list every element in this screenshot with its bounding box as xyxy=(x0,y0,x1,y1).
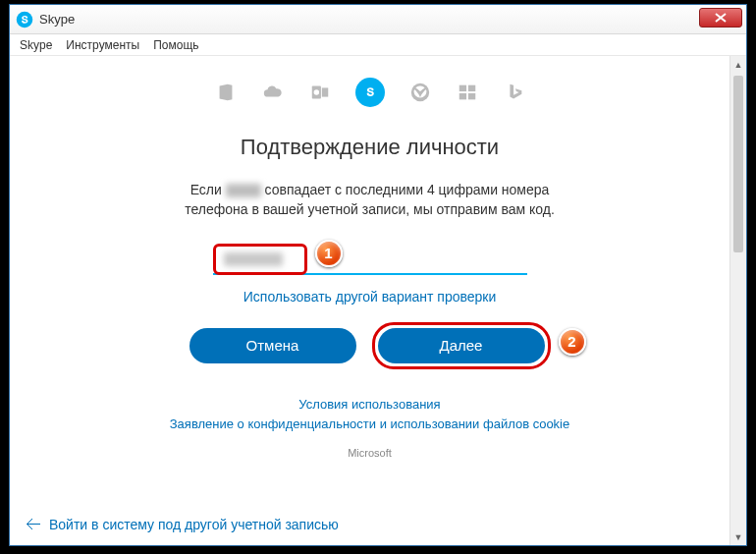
outlook-icon xyxy=(308,81,332,104)
menu-skype[interactable]: Skype xyxy=(20,38,52,52)
scroll-up-arrow[interactable]: ▲ xyxy=(730,56,746,73)
masked-input-value xyxy=(224,252,283,266)
masked-digits xyxy=(226,184,261,197)
svg-rect-2 xyxy=(321,87,327,96)
service-icons-row xyxy=(214,78,526,107)
legal-links: Условия использования Заявление о конфид… xyxy=(170,395,569,463)
scroll-thumb[interactable] xyxy=(733,76,743,252)
onedrive-icon xyxy=(261,81,285,104)
skype-icon xyxy=(16,11,33,28)
cancel-button[interactable]: Отмена xyxy=(189,328,356,363)
window-title: Skype xyxy=(39,12,75,27)
page-heading: Подтверждение личности xyxy=(241,135,499,160)
xbox-icon xyxy=(408,81,432,104)
titlebar: Skype xyxy=(10,5,746,34)
menu-help[interactable]: Помощь xyxy=(153,38,198,52)
menu-bar: Skype Инструменты Помощь xyxy=(10,34,746,56)
skype-service-icon xyxy=(355,78,385,107)
alternate-verification-link[interactable]: Использовать другой вариант проверки xyxy=(243,289,497,305)
office-icon xyxy=(214,81,238,104)
annotation-badge-2: 2 xyxy=(559,328,586,356)
phone-input-underline xyxy=(213,244,527,275)
svg-rect-7 xyxy=(459,93,465,99)
content-area: Подтверждение личности Если совпадает с … xyxy=(10,56,746,545)
svg-rect-8 xyxy=(467,93,474,99)
scroll-down-arrow[interactable]: ▼ xyxy=(730,528,746,545)
next-button-highlight: Далее xyxy=(372,322,551,369)
phone-input-group: 1 xyxy=(213,244,527,289)
next-button[interactable]: Далее xyxy=(378,328,545,363)
annotation-badge-1: 1 xyxy=(315,240,343,267)
main-content: Подтверждение личности Если совпадает с … xyxy=(10,56,729,545)
app-window: Skype Skype Инструменты Помощь Подтвержд… xyxy=(9,4,747,546)
svg-rect-6 xyxy=(467,85,474,91)
svg-rect-5 xyxy=(459,85,465,91)
windows-icon xyxy=(456,81,479,104)
close-button[interactable] xyxy=(699,8,742,28)
bing-icon xyxy=(503,81,526,104)
button-row: Отмена Далее 2 xyxy=(189,322,551,369)
vertical-scrollbar[interactable]: ▲ ▼ xyxy=(729,56,746,545)
switch-account-link[interactable]: 🡠 Войти в систему под другой учетной зап… xyxy=(26,516,339,533)
arrow-left-icon: 🡠 xyxy=(26,516,41,533)
description-text: Если совпадает с последними 4 цифрами но… xyxy=(164,180,576,220)
brand-label: Microsoft xyxy=(170,445,569,463)
terms-link[interactable]: Условия использования xyxy=(170,395,569,416)
svg-point-3 xyxy=(313,89,319,95)
privacy-link[interactable]: Заявление о конфиденциальности и использ… xyxy=(170,415,569,435)
menu-tools[interactable]: Инструменты xyxy=(66,38,139,52)
phone-input[interactable] xyxy=(213,244,307,275)
